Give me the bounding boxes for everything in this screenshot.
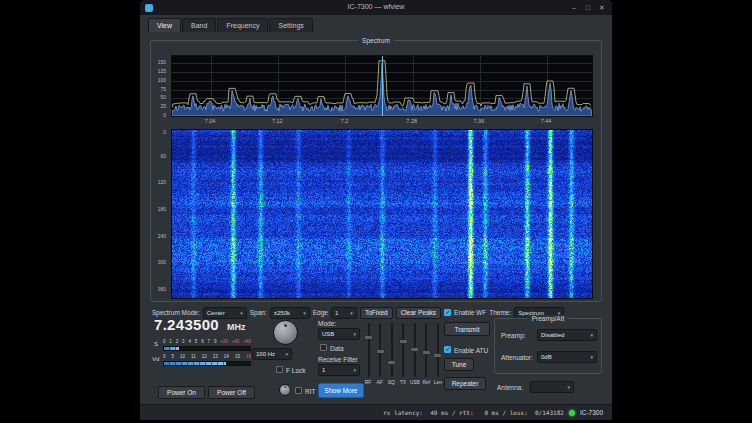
tuning-step-value: 100 Hz xyxy=(256,351,275,357)
slider-label-af: AF xyxy=(375,379,385,385)
span-label: Span: xyxy=(250,309,267,316)
tab-frequency[interactable]: Frequency xyxy=(217,18,268,32)
chevron-down-icon: ▾ xyxy=(303,310,306,316)
tick-label: 0 xyxy=(163,354,166,359)
mode-value: USB xyxy=(322,331,334,337)
slider-labels: RF AF SQ TX USB Ref Len xyxy=(363,379,443,385)
chevron-down-icon: ▾ xyxy=(353,367,356,373)
power-on-button[interactable]: Power On xyxy=(158,386,205,399)
slider-col-len[interactable] xyxy=(433,323,442,377)
slider-handle[interactable] xyxy=(410,347,419,352)
slider-label-usb: USB xyxy=(410,379,420,385)
tuning-step-select[interactable]: 100 Hz ▾ xyxy=(252,348,292,360)
slider-col-sq[interactable] xyxy=(387,323,396,377)
antenna-select[interactable]: ▾ xyxy=(530,381,574,393)
receive-filter-select[interactable]: 1 ▾ xyxy=(318,364,360,376)
s-meter-label: S xyxy=(154,341,158,347)
rit-knob[interactable] xyxy=(279,384,291,396)
slider-label-len: Len xyxy=(433,379,443,385)
spectrum-x-axis: 7.047.127.27.287.367.44 xyxy=(171,117,591,126)
mode-select[interactable]: USB ▾ xyxy=(318,328,360,340)
tick-label: 0 xyxy=(163,129,166,135)
frequency-display[interactable]: 7.243500 MHz xyxy=(154,316,245,333)
enable-wf-checkbox[interactable] xyxy=(444,309,451,316)
tab-settings[interactable]: Settings xyxy=(269,18,312,32)
tick-label: 14 xyxy=(224,354,229,359)
tick-label: 12 xyxy=(202,354,207,359)
connection-status-led xyxy=(569,410,575,416)
tick-label: 5 xyxy=(195,339,198,344)
repeater-button[interactable]: Repeater xyxy=(444,377,486,390)
s-meter-bar xyxy=(163,346,251,351)
tick-label: 7.2 xyxy=(341,118,349,124)
slider-handle[interactable] xyxy=(433,353,442,358)
span-select[interactable]: ±250k ▾ xyxy=(270,307,310,319)
slider-handle[interactable] xyxy=(399,339,408,344)
knob-indicator xyxy=(284,324,287,327)
chevron-down-icon: ▾ xyxy=(350,310,353,316)
tick-label: 125 xyxy=(158,68,166,74)
slider-col-usb[interactable] xyxy=(410,323,419,377)
tab-view[interactable]: View xyxy=(148,18,181,32)
show-more-button[interactable]: Show More xyxy=(318,383,364,398)
attenuator-select[interactable]: 0dB ▾ xyxy=(537,351,597,363)
slider-col-tx[interactable] xyxy=(399,323,408,377)
tick-label: 4 xyxy=(188,339,191,344)
status-latency-text: rx latency: 49 ms / rtt: 0 ms / loss: 0/… xyxy=(383,409,564,416)
slider-track xyxy=(437,323,439,377)
minimize-button[interactable]: – xyxy=(570,3,578,12)
titlebar[interactable]: IC-7300 — wfview – □ ✕ xyxy=(140,0,612,15)
spectrum-group-title: Spectrum xyxy=(358,37,394,44)
tune-button[interactable]: Tune xyxy=(444,358,474,371)
tick-label: 7.36 xyxy=(474,118,485,124)
preamp-select[interactable]: Disabled ▾ xyxy=(537,329,597,341)
tofixed-button[interactable]: ToFixed xyxy=(360,307,393,319)
slider-track xyxy=(368,323,370,377)
slider-handle[interactable] xyxy=(364,335,373,340)
preamp-value: Disabled xyxy=(541,332,564,338)
slider-label-ref: Ref xyxy=(421,379,431,385)
tick-label: 0 xyxy=(163,339,166,344)
data-label: Data xyxy=(330,345,344,352)
slider-handle[interactable] xyxy=(422,350,431,355)
tick-label: 1 xyxy=(169,339,172,344)
frequency-unit: MHz xyxy=(227,322,246,332)
maximize-button[interactable]: □ xyxy=(584,3,592,12)
slider-handle[interactable] xyxy=(376,349,385,354)
attenuator-label: Attenuator: xyxy=(501,354,533,361)
data-checkbox[interactable] xyxy=(320,344,327,351)
edge-select[interactable]: 1 ▾ xyxy=(331,307,357,319)
tab-bar: View Band Frequency Settings xyxy=(148,18,313,32)
close-button[interactable]: ✕ xyxy=(598,3,606,12)
waterfall-canvas[interactable] xyxy=(171,129,593,299)
enable-atu-checkbox[interactable] xyxy=(444,346,451,353)
slider-col-ref[interactable] xyxy=(422,323,431,377)
transmit-button[interactable]: Transmit xyxy=(444,322,490,336)
tick-label: 150 xyxy=(158,59,166,65)
slider-col-rf[interactable] xyxy=(364,323,373,377)
tick-label: 15 xyxy=(235,354,240,359)
tick-label: 75 xyxy=(160,86,166,92)
slider-col-af[interactable] xyxy=(376,323,385,377)
edge-label: Edge xyxy=(313,309,328,316)
slider-handle[interactable] xyxy=(387,360,396,365)
rit-label: RIT xyxy=(305,388,315,395)
flock-label: F Lock xyxy=(286,367,306,374)
tuning-knob[interactable] xyxy=(273,320,298,345)
vd-meter-label: Vd xyxy=(152,356,159,362)
tick-label: 7.28 xyxy=(406,118,417,124)
frequency-value: 7.243500 xyxy=(154,316,219,333)
power-off-button[interactable]: Power Off xyxy=(208,386,255,399)
spectrum-plot-canvas[interactable] xyxy=(171,55,593,117)
tick-label: 9 xyxy=(214,339,217,344)
tab-band[interactable]: Band xyxy=(182,18,216,32)
slider-label-sq: SQ xyxy=(386,379,396,385)
rit-checkbox[interactable] xyxy=(295,387,302,394)
tick-label: 60 xyxy=(160,153,166,159)
flock-checkbox[interactable] xyxy=(276,366,283,373)
clear-peaks-button[interactable]: Clear Peaks xyxy=(396,307,441,319)
tick-label: 360 xyxy=(158,286,166,292)
status-bar: rx latency: 49 ms / rtt: 0 ms / loss: 0/… xyxy=(140,404,612,420)
tick-label: +60 xyxy=(243,339,251,344)
tick-label: 7 xyxy=(208,339,211,344)
